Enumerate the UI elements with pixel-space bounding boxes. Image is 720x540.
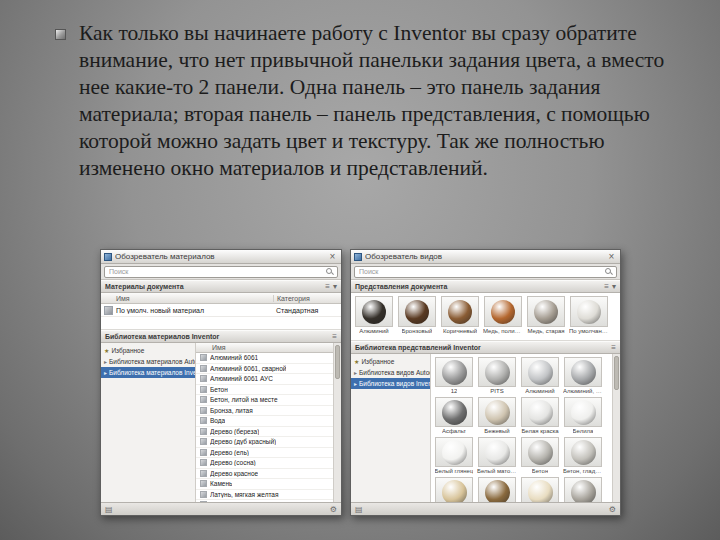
appearance-grid-item[interactable]: Белая краска xyxy=(520,397,560,434)
material-sphere-preview xyxy=(528,480,553,503)
tree-item-inventor-appearance-library[interactable]: ▸ Библиотека видов Inventor xyxy=(351,378,430,389)
appearance-thumbnail[interactable]: Бронзовый xyxy=(397,296,437,340)
material-sphere-preview xyxy=(485,400,510,425)
library-menu-icon[interactable]: ≡ xyxy=(332,332,337,341)
appearance-grid-item[interactable]: Белый глянец xyxy=(434,437,474,474)
appearance-thumbnail[interactable]: Медь, полированная xyxy=(483,296,523,340)
appearance-grid-item[interactable]: Ваниль xyxy=(520,477,560,502)
material-swatch-icon xyxy=(200,449,207,456)
material-list-item[interactable]: Алюминий 6061 АУС xyxy=(196,374,333,385)
material-list-column-header[interactable]: Имя xyxy=(196,343,333,353)
close-icon[interactable]: × xyxy=(606,251,617,262)
material-list-item[interactable]: Бетон, литой на месте xyxy=(196,395,333,406)
appearance-grid: 12 PITS Алюминий xyxy=(431,354,612,502)
tree-item-label: Библиотека видов Inventor xyxy=(359,380,430,387)
thumbnail-label: По умолчанию xyxy=(569,328,609,334)
appearance-grid-item[interactable]: Белый матовый xyxy=(477,437,517,474)
material-list-item[interactable]: Латунь, мягкая желтая xyxy=(196,490,333,501)
tree-item-favorites[interactable]: ★ Избранное xyxy=(101,345,195,356)
material-list-item[interactable]: Дерево (дуб красный) xyxy=(196,437,333,448)
material-library-panes: ★ Избранное ▸ Библиотека материалов Auto… xyxy=(101,343,341,502)
thumbnail-tile xyxy=(478,397,516,427)
tree-item-autodesk-appearance-library[interactable]: ▸ Библиотека видов Autodesk xyxy=(351,367,430,378)
appearance-browser-titlebar[interactable]: Обозреватель видов × xyxy=(351,250,620,264)
material-list-item[interactable]: Камень xyxy=(196,479,333,490)
material-sphere-preview xyxy=(571,480,596,503)
material-browser-titlebar[interactable]: Обозреватель материалов × xyxy=(101,250,341,264)
tree-item-label: Избранное xyxy=(111,347,144,354)
material-list-item[interactable]: Вода xyxy=(196,416,333,427)
material-list-item[interactable]: Дерево красное xyxy=(196,469,333,480)
appearance-grid-item[interactable]: Галька xyxy=(563,477,603,502)
material-list-item[interactable]: Бронза, литая xyxy=(196,406,333,417)
appearance-grid-item[interactable]: Бетон, гладкий xyxy=(563,437,603,474)
sort-icon[interactable]: ▾ xyxy=(612,282,616,291)
material-swatch-icon xyxy=(200,480,207,487)
thumbnail-tile xyxy=(521,357,559,387)
manage-library-icon[interactable]: ▤ xyxy=(355,505,363,514)
view-options-icon[interactable]: ≡ xyxy=(604,282,609,291)
material-list-item[interactable]: Дерево (береза) xyxy=(196,427,333,438)
appearance-search-input[interactable] xyxy=(354,266,617,278)
settings-gear-icon[interactable]: ⚙ xyxy=(330,505,337,514)
material-sphere-preview xyxy=(442,400,467,425)
appearance-grid-item[interactable]: Алюминий xyxy=(520,357,560,394)
material-swatch-icon xyxy=(104,306,113,315)
settings-gear-icon[interactable]: ⚙ xyxy=(609,505,616,514)
appearance-grid-scrollbar[interactable] xyxy=(612,354,620,502)
appearance-grid-item[interactable]: Белила xyxy=(563,397,603,434)
material-list-item[interactable]: Бетон xyxy=(196,385,333,396)
expand-arrow-icon[interactable]: ▸ xyxy=(104,369,107,376)
thumbnail-label: Белый матовый xyxy=(477,468,517,474)
scrollbar-thumb[interactable] xyxy=(614,356,619,390)
appearance-grid-item[interactable]: Бетон xyxy=(520,437,560,474)
thumbnail-tile xyxy=(355,296,393,327)
thumbnail-label: Белый глянец xyxy=(435,468,474,474)
material-name: Алюминий 6061 АУС xyxy=(210,375,273,382)
material-list-item[interactable]: Алюминий 6061, сварной xyxy=(196,364,333,375)
window-icon xyxy=(104,253,112,261)
tree-item-inventor-material-library[interactable]: ▸ Библиотека материалов Inventor xyxy=(101,367,195,378)
appearance-grid-item[interactable]: Алюминий, анодир. xyxy=(563,357,603,394)
scrollbar-thumb[interactable] xyxy=(335,345,340,379)
column-name[interactable]: Имя xyxy=(101,295,273,302)
appearance-grid-item[interactable]: 12 xyxy=(434,357,474,394)
column-category[interactable]: Категория xyxy=(273,295,341,302)
appearance-grid-item[interactable]: PITS xyxy=(477,357,517,394)
expand-arrow-icon[interactable]: ▸ xyxy=(104,358,107,365)
tree-item-autodesk-material-library[interactable]: ▸ Библиотека материалов Autodesk xyxy=(101,356,195,367)
appearance-browser-statusbar: ▤ ⚙ xyxy=(351,502,620,515)
close-icon[interactable]: × xyxy=(327,251,338,262)
appearance-grid-item[interactable]: Бронза xyxy=(477,477,517,502)
material-list-item[interactable]: Дерево (сосна) xyxy=(196,458,333,469)
material-sphere-preview xyxy=(442,480,467,503)
thumbnail-tile xyxy=(564,397,602,427)
thumbnail-tile xyxy=(484,296,522,327)
materials-column-header[interactable]: Имя Категория xyxy=(101,293,341,304)
material-name: Дерево (береза) xyxy=(210,428,259,435)
material-name: Дерево (сосна) xyxy=(210,459,256,466)
sort-icon[interactable]: ▾ xyxy=(333,282,337,291)
library-menu-icon[interactable]: ≡ xyxy=(611,343,616,352)
appearance-thumbnail[interactable]: Алюминий xyxy=(354,296,394,340)
appearance-grid-item[interactable]: Бежевый xyxy=(477,397,517,434)
manage-library-icon[interactable]: ▤ xyxy=(105,505,113,514)
material-list-item[interactable]: Алюминий 6061 xyxy=(196,353,333,364)
material-list-item[interactable]: Дерево (ель) xyxy=(196,448,333,459)
thumbnail-label: PITS xyxy=(490,388,503,394)
appearance-grid-item[interactable]: Асфальт xyxy=(434,397,474,434)
appearance-thumbnail[interactable]: По умолчанию xyxy=(569,296,609,340)
material-list-scrollbar[interactable] xyxy=(333,343,341,502)
view-options-icon[interactable]: ≡ xyxy=(325,282,330,291)
thumbnail-tile xyxy=(435,357,473,387)
appearance-grid-item[interactable]: Береза xyxy=(434,477,474,502)
expand-arrow-icon[interactable]: ▸ xyxy=(354,369,357,376)
document-materials-label: Материалы документа xyxy=(105,283,184,290)
document-material-row[interactable]: По умолч. новый материал Стандартная xyxy=(101,304,341,317)
material-search-input[interactable] xyxy=(104,266,338,278)
document-materials-section-header: Материалы документа ≡ ▾ xyxy=(101,280,341,293)
expand-arrow-icon[interactable]: ▸ xyxy=(354,380,357,387)
appearance-thumbnail[interactable]: Медь, старая xyxy=(526,296,566,340)
appearance-thumbnail[interactable]: Коричневый xyxy=(440,296,480,340)
tree-item-favorites[interactable]: ★ Избранное xyxy=(351,356,430,367)
